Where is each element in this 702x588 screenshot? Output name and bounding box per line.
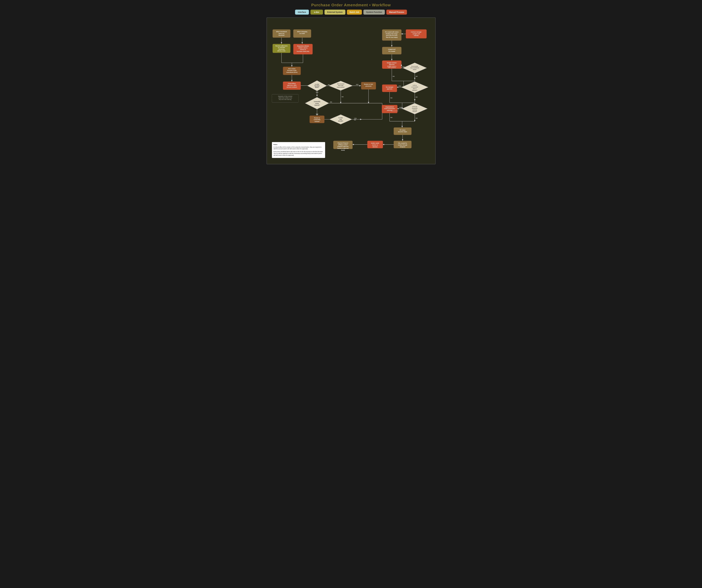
svg-text:NO: NO (416, 96, 418, 98)
svg-text:SciQuest: SciQuest (400, 146, 405, 147)
svg-text:flow for next steps): flow for next steps) (386, 37, 397, 38)
svg-text:Is order: Is order (339, 117, 343, 118)
svg-text:NO: NO (416, 117, 418, 119)
legend-batch: Batch Job (347, 10, 362, 15)
svg-text:alien or: alien or (413, 88, 417, 89)
svg-text:YES: YES (354, 118, 357, 119)
svg-text:an Order: an Order (300, 33, 305, 34)
svg-text:funds?: funds? (413, 69, 417, 70)
svg-text:NO: NO (390, 97, 392, 99)
svg-text:Pending CM Assign-: Pending CM Assign- (385, 33, 398, 34)
svg-text:Items are: Items are (278, 33, 284, 34)
svg-text:commodity: commodity (314, 119, 320, 120)
svg-text:have insufficient: have insufficient (410, 67, 419, 69)
svg-text:to Line-Item: to Line-Item (278, 47, 285, 48)
svg-text:NO: NO (328, 84, 330, 85)
svg-text:PO created with status: PO created with status (385, 31, 398, 33)
svg-text:ment (see PO work-: ment (see PO work- (386, 35, 397, 36)
svg-text:YES: YES (356, 84, 358, 85)
legend-manual: Manual Process (386, 10, 407, 15)
svg-text:eInvoice: eInvoice (372, 146, 377, 147)
svg-text:a nonresident: a nonresident (411, 86, 418, 88)
svg-text:transaction: transaction (412, 108, 418, 109)
svg-text:initiator selects: initiator selects (298, 47, 308, 48)
svg-text:required?: required? (314, 104, 320, 106)
svg-text:account numbers: account numbers (286, 86, 297, 88)
svg-text:approves; adds: approves; adds (287, 85, 297, 86)
svg-text:(PREQ) created: (PREQ) created (338, 144, 347, 145)
svg-text:employee?: employee? (412, 90, 418, 91)
svg-text:YES: YES (316, 113, 318, 115)
svg-text:Amend on: Amend on (300, 49, 306, 50)
svg-text:Is order: Is order (315, 84, 319, 85)
svg-text:Routes to: Routes to (314, 117, 320, 119)
svg-text:approves: approves (389, 64, 394, 65)
svg-text:over: over (339, 119, 342, 120)
svg-text:limits): limits) (341, 149, 345, 151)
svg-text:(RCVL) e-doc: (RCVL) e-doc (277, 50, 285, 51)
svg-text:Fiscal officer: Fiscal officer (288, 83, 296, 84)
svg-text:Payment Request: Payment Request (338, 142, 348, 144)
svg-text:Is PO over: Is PO over (412, 106, 417, 107)
svg-text:processor: processor (365, 85, 372, 87)
svg-text:Amendment (POA): Amendment (POA) (286, 72, 297, 73)
svg-text:Unapproved: Unapproved (388, 48, 395, 50)
legend-system: System Function (363, 10, 385, 15)
svg-text:invoice or: invoice or (372, 144, 378, 146)
svg-text:Organizational: Organizational (385, 106, 393, 108)
svg-text:have C&G: have C&G (338, 85, 343, 86)
svg-text:NO: NO (390, 117, 392, 118)
svg-text:File created for: File created for (398, 142, 407, 144)
svg-text:NO: NO (416, 76, 418, 77)
svg-text:(requires approval: (requires approval (337, 146, 348, 147)
svg-text:authority: authority (413, 109, 417, 111)
svg-text:Receiving: Receiving (278, 48, 284, 50)
svg-text:NO: NO (342, 96, 343, 98)
svg-text:Vendor sends: Vendor sends (371, 142, 379, 144)
legend-edoc: e-doc (310, 10, 323, 15)
svg-text:When Unordered: When Unordered (276, 31, 287, 32)
svg-text:PO status: PO status (399, 129, 405, 131)
svg-text:NO: NO (393, 76, 394, 77)
svg-text:Do accounts: Do accounts (412, 66, 418, 67)
svg-text:Does account: Does account (337, 83, 344, 85)
svg-text:Receiver adds items: Receiver adds items (275, 45, 287, 47)
svg-text:YES: YES (402, 66, 405, 68)
legend-interface: Interface (295, 10, 309, 15)
svg-text:review: review (315, 103, 319, 104)
svg-text:submits: submits (414, 35, 419, 36)
flowchart-svg: When Unordered Items are Received When C… (270, 21, 433, 161)
svg-text:only one in the route log.: only one in the route log. (279, 99, 291, 100)
svg-text:review (transaction: review (transaction (384, 108, 395, 109)
svg-text:NO: NO (330, 101, 332, 103)
legend: Interface e-doc External System Batch Jo… (295, 10, 407, 15)
svg-text:under analysis): under analysis) (388, 67, 396, 68)
page-title: Purchase Order Amendment • Workflow (311, 3, 391, 7)
svg-text:reviewer: reviewer (315, 121, 320, 122)
svg-text:Contract manager: Contract manager (411, 31, 422, 33)
svg-text:approves: approves (387, 88, 392, 90)
svg-text:YES: YES (399, 107, 402, 108)
svg-text:assigns and: assigns and (413, 33, 420, 34)
svg-text:becomes Open: becomes Open (398, 131, 407, 132)
svg-text:vendor through: vendor through (398, 144, 407, 146)
legend-external: External System (325, 10, 345, 15)
svg-text:added when initiator is the: added when initiator is the (278, 97, 292, 99)
svg-text:YES: YES (398, 85, 401, 87)
svg-text:Purchase Order (PO): Purchase Order (PO) (297, 51, 309, 52)
svg-text:Budget reviewer: Budget reviewer (387, 62, 397, 64)
svg-text:Is PO to: Is PO to (413, 85, 417, 86)
svg-text:$10,000?: $10,000? (338, 120, 343, 122)
svg-text:Requisition (REQS): Requisition (REQS) (297, 45, 309, 47)
svg-text:KFS creates: KFS creates (288, 68, 296, 70)
svg-text:$5000?: $5000? (315, 87, 319, 88)
svg-text:PO created: PO created (388, 50, 395, 52)
svg-text:Received: Received (278, 34, 284, 36)
svg-text:When Changing: When Changing (297, 31, 307, 32)
svg-text:based on approval: based on approval (337, 148, 348, 149)
svg-text:Separation of duty reviewer: Separation of duty reviewer (278, 96, 292, 97)
svg-text:amount?: amount? (413, 111, 417, 112)
svg-text:less than: less than (315, 85, 320, 87)
svg-text:Purchase Order: Purchase Order (287, 70, 297, 71)
svg-text:Commodity: Commodity (314, 101, 320, 102)
